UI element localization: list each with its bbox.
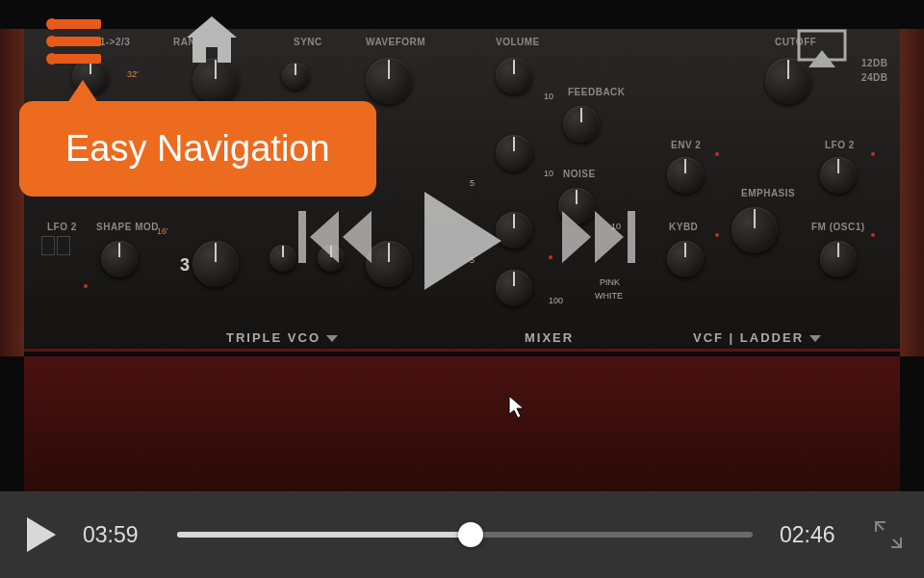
forward-button[interactable] bbox=[558, 207, 626, 265]
knob-detune-a bbox=[270, 245, 296, 272]
label-3: 3 bbox=[180, 255, 191, 276]
section-triple-vco: TRIPLE VCO bbox=[226, 330, 338, 345]
label-fm-osc1: FM (OSC1) bbox=[811, 222, 865, 232]
label-env2: ENV 2 bbox=[671, 140, 701, 150]
knob-fm-osc1 bbox=[820, 241, 857, 277]
knob-volume-2 bbox=[496, 135, 532, 171]
elapsed-time: 03:59 bbox=[83, 522, 150, 548]
svg-rect-2 bbox=[628, 211, 635, 263]
remaining-time: 02:46 bbox=[780, 522, 847, 548]
label-24db: 24DB bbox=[861, 72, 888, 83]
wood-panel-right bbox=[900, 29, 924, 356]
label-32: 32' bbox=[127, 69, 139, 79]
label-emphasis: EMPHASIS bbox=[741, 188, 795, 198]
playback-center-controls bbox=[298, 188, 626, 284]
seek-progress bbox=[177, 532, 471, 538]
home-icon[interactable] bbox=[183, 14, 241, 71]
knob-feedback bbox=[563, 106, 600, 143]
label-noise: NOISE bbox=[563, 169, 596, 179]
section-mixer: MIXER bbox=[525, 330, 574, 345]
callout-bubble: Easy Navigation bbox=[19, 101, 376, 197]
play-button-bar[interactable] bbox=[27, 517, 56, 552]
label-feedback: FEEDBACK bbox=[568, 87, 626, 97]
playback-control-bar: 03:59 02:46 bbox=[0, 491, 924, 578]
video-area: FM 1->2/3 RANGE SYNC WAVEFORM VOLUME FEE… bbox=[0, 0, 924, 491]
top-controls bbox=[48, 19, 876, 67]
label-kybd: KYBD bbox=[669, 222, 698, 232]
rewind-button[interactable] bbox=[298, 207, 366, 265]
label-white: WHITE bbox=[595, 291, 623, 301]
seek-track[interactable] bbox=[177, 532, 753, 538]
play-button-center[interactable] bbox=[419, 188, 505, 284]
seek-thumb[interactable] bbox=[458, 522, 483, 547]
wood-panel-left bbox=[0, 29, 24, 356]
menu-icon[interactable] bbox=[48, 19, 101, 71]
airplay-icon[interactable] bbox=[797, 29, 847, 73]
synth-panel-bottom: LFO 1 (VIBRATO) none Phase Delay Rate Ra… bbox=[24, 356, 900, 491]
callout-text: Easy Navigation bbox=[65, 128, 330, 169]
section-vcf: VCF | LADDER bbox=[693, 330, 821, 345]
knob-range-3 bbox=[192, 241, 239, 287]
label-lfo2-left: LFO 2 bbox=[47, 222, 77, 232]
knob-shape-mod bbox=[101, 241, 138, 277]
knob-lfo2-r bbox=[820, 157, 857, 194]
label-16: 16' bbox=[157, 226, 168, 236]
label-shape-mod: SHAPE MOD bbox=[96, 222, 159, 232]
lfo2-switches bbox=[41, 236, 70, 255]
svg-rect-1 bbox=[298, 211, 306, 263]
knob-kybd bbox=[667, 241, 704, 277]
mouse-cursor-icon bbox=[508, 395, 527, 424]
label-lfo2-right: LFO 2 bbox=[825, 140, 855, 150]
fullscreen-button[interactable] bbox=[874, 520, 903, 549]
knob-emphasis bbox=[732, 207, 778, 253]
knob-env2 bbox=[667, 157, 704, 194]
